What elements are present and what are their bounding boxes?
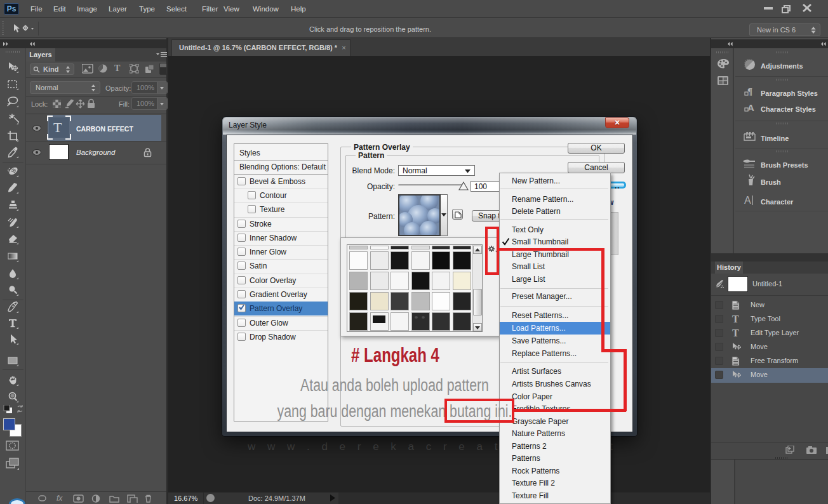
svg-text:fx: fx [57,494,63,503]
svg-text:A: A [744,195,751,206]
